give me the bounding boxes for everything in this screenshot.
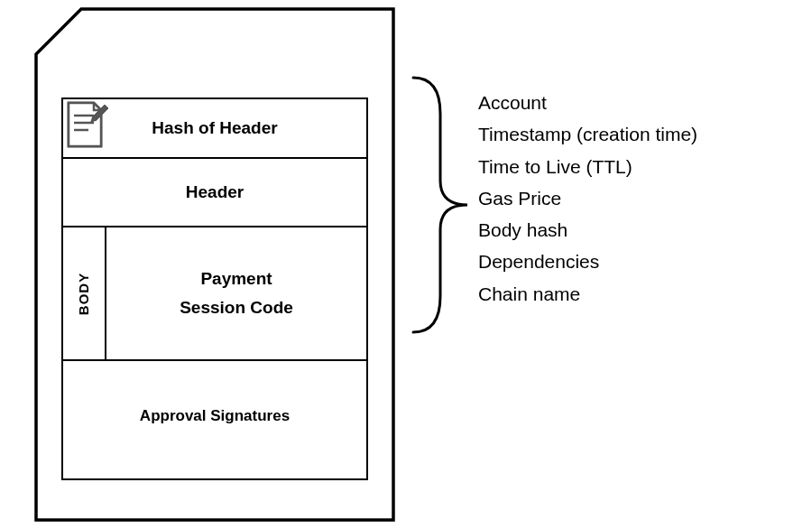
header-field: Gas Price <box>478 182 697 214</box>
approvals-label: Approval Signatures <box>140 407 290 425</box>
structure-table: Hash of Header Header BODY Payment Sessi… <box>61 97 368 480</box>
document-outline: Hash of Header Header BODY Payment Sessi… <box>34 7 395 522</box>
body-item-session-code: Session Code <box>180 298 293 318</box>
header-field: Dependencies <box>478 246 697 277</box>
body-content-column: Payment Session Code <box>106 227 366 359</box>
hash-of-header-label: Hash of Header <box>152 118 277 138</box>
header-field: Chain name <box>478 278 697 310</box>
curly-brace <box>402 74 475 336</box>
body-label: BODY <box>77 272 92 314</box>
body-row: BODY Payment Session Code <box>63 227 366 361</box>
header-row: Header <box>63 159 366 227</box>
header-fields-list: Account Timestamp (creation time) Time t… <box>478 87 697 310</box>
header-label: Header <box>186 182 244 202</box>
approvals-row: Approval Signatures <box>63 361 366 478</box>
body-item-payment: Payment <box>200 269 272 289</box>
body-label-column: BODY <box>63 227 106 359</box>
header-field: Body hash <box>478 214 697 246</box>
header-field: Timestamp (creation time) <box>478 118 697 150</box>
header-field: Account <box>478 87 697 118</box>
transaction-structure-diagram: Hash of Header Header BODY Payment Sessi… <box>0 0 812 529</box>
signature-icon <box>63 99 112 150</box>
header-field: Time to Live (TTL) <box>478 151 697 182</box>
